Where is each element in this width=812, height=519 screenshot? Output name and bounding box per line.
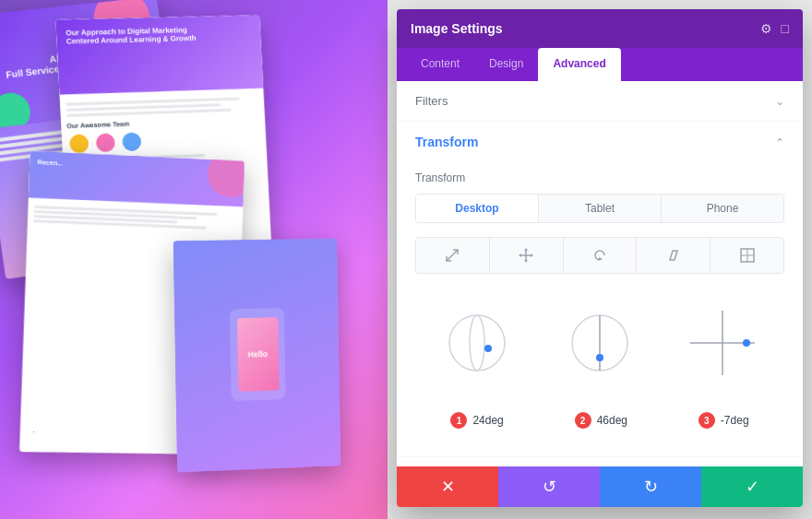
value-text-1: 24deg [472, 414, 503, 427]
tool-rotate[interactable] [564, 238, 638, 273]
rot-visual-z [681, 301, 764, 384]
expand-icon-button[interactable]: □ [782, 21, 789, 36]
device-tab-tablet[interactable]: Tablet [539, 195, 662, 222]
value-badge-2: 2 [575, 412, 591, 429]
card2-title-text: Our Approach to Digital MarketingCentere… [55, 15, 261, 55]
scale-icon [444, 247, 460, 264]
transform-title: Transform [415, 135, 478, 149]
filters-section-header[interactable]: Filters ⌄ [397, 81, 803, 121]
tool-translate[interactable] [490, 238, 564, 273]
tab-content[interactable]: Content [406, 48, 474, 81]
skew-icon [665, 247, 682, 264]
confirm-button[interactable]: ✓ [701, 466, 803, 507]
expand-icon: □ [782, 21, 789, 36]
animation-section-header[interactable]: Animation ⌄ [397, 457, 803, 466]
panel-content: Filters ⌄ Transform ⌄ Transform Desktop … [397, 81, 803, 466]
svg-marker-5 [519, 254, 521, 257]
redo-icon: ↻ [644, 477, 658, 497]
value-badge-1: 1 [450, 412, 467, 429]
value-text-2: 46deg [597, 414, 627, 427]
panel-header-icons: ⚙ □ [760, 21, 789, 36]
action-bar: ✕ ↺ ↻ ✓ [397, 466, 803, 507]
rotation-visuals [415, 292, 784, 394]
svg-line-0 [447, 250, 458, 261]
svg-marker-6 [531, 254, 533, 257]
settings-icon-button[interactable]: ⚙ [760, 21, 772, 36]
confirm-icon: ✓ [746, 477, 759, 497]
rot-z-diagram [686, 306, 759, 380]
transform-content: Transform Desktop Tablet Phone [397, 162, 803, 456]
svg-point-13 [484, 345, 492, 352]
value-item-3: 3 -7deg [699, 412, 749, 429]
value-text-3: -7deg [721, 414, 749, 427]
value-badge-3: 3 [699, 412, 715, 429]
transform-sub-label: Transform [415, 171, 784, 184]
reset-button[interactable]: ↺ [498, 466, 600, 507]
svg-point-16 [596, 354, 603, 361]
svg-marker-7 [597, 257, 603, 260]
rot-x-diagram [440, 306, 514, 380]
panel-title: Image Settings [411, 21, 503, 36]
settings-panel: Image Settings ⚙ □ Content Design Advanc… [397, 9, 803, 507]
settings-icon: ⚙ [760, 21, 772, 36]
svg-point-11 [449, 315, 505, 371]
value-item-1: 1 24deg [450, 412, 503, 429]
device-tab-phone[interactable]: Phone [662, 195, 783, 222]
transform-tools [415, 237, 784, 274]
svg-point-19 [743, 339, 750, 347]
background-mockup: About UsFull Service Digital Marketing O… [0, 0, 388, 519]
animation-section: Animation ⌄ [397, 457, 803, 466]
tool-origin[interactable] [710, 238, 783, 273]
transform-section: Transform ⌄ Transform Desktop Tablet Pho… [397, 122, 803, 457]
filters-title: Filters [415, 94, 448, 108]
filters-section: Filters ⌄ [397, 81, 803, 122]
translate-icon [518, 247, 534, 264]
filters-chevron-icon: ⌄ [775, 95, 784, 108]
tool-skew[interactable] [637, 238, 710, 273]
page-card-4: Hello [173, 239, 340, 472]
rot-y-diagram [563, 306, 637, 380]
rotate-icon [591, 247, 608, 264]
device-tab-desktop[interactable]: Desktop [416, 195, 539, 222]
rot-visual-y [558, 301, 641, 384]
tool-scale[interactable] [416, 238, 490, 273]
transform-chevron-icon: ⌄ [775, 136, 784, 148]
value-row: 1 24deg 2 46deg 3 -7deg [415, 412, 784, 429]
cancel-button[interactable]: ✕ [397, 466, 498, 507]
rot-visual-x [436, 301, 519, 384]
svg-marker-3 [524, 248, 528, 251]
tab-design[interactable]: Design [474, 48, 538, 81]
device-tabs: Desktop Tablet Phone [415, 194, 784, 223]
transform-section-header[interactable]: Transform ⌄ [397, 122, 803, 162]
svg-marker-4 [524, 260, 528, 263]
redo-button[interactable]: ↻ [600, 466, 701, 507]
tab-advanced[interactable]: Advanced [538, 48, 620, 81]
value-item-2: 2 46deg [575, 412, 627, 429]
svg-point-12 [470, 315, 484, 371]
cancel-icon: ✕ [441, 477, 455, 497]
mockup-pages: About UsFull Service Digital Marketing O… [0, 0, 388, 519]
reset-icon: ↺ [543, 477, 556, 497]
origin-icon [739, 247, 756, 264]
panel-header: Image Settings ⚙ □ [397, 9, 803, 48]
tab-bar: Content Design Advanced [397, 48, 803, 81]
